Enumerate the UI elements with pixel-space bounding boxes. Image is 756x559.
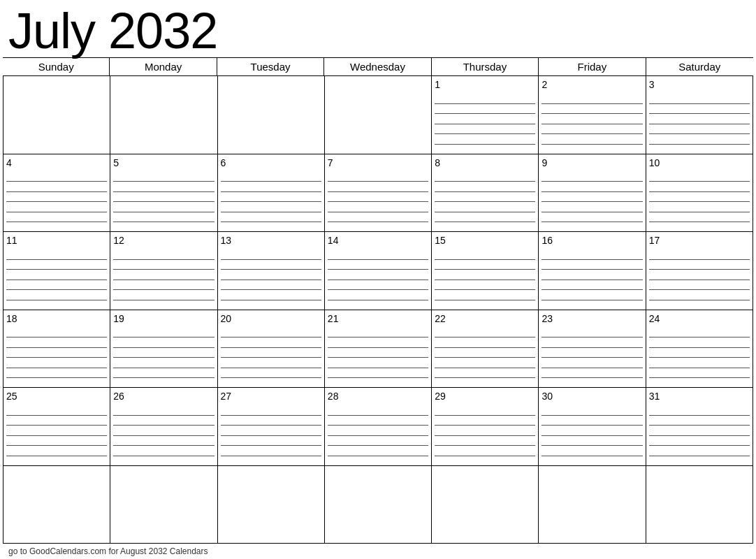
cell-date: 11 <box>6 235 107 247</box>
cell-line <box>328 259 428 260</box>
cell-line <box>541 124 642 124</box>
cell-line <box>328 212 428 212</box>
cell-line <box>328 445 428 446</box>
cell-line <box>435 425 535 426</box>
calendar-cell: 30 <box>539 388 646 466</box>
cell-line <box>221 445 321 446</box>
cell-line <box>221 259 321 260</box>
calendar-cell: 31 <box>646 388 753 466</box>
calendar-cell: 5 <box>110 154 217 233</box>
calendar-cell: 4 <box>3 154 110 233</box>
calendar-cell: 21 <box>325 310 432 389</box>
cell-line <box>541 300 642 300</box>
cell-line <box>328 357 428 358</box>
cell-line <box>541 456 642 456</box>
cell-date <box>221 79 321 92</box>
cell-lines <box>328 252 428 308</box>
cell-date <box>328 469 428 481</box>
calendar-cell: 12 <box>110 232 217 310</box>
cell-date: 9 <box>541 157 642 170</box>
cell-line <box>113 377 214 378</box>
cell-line <box>6 368 107 368</box>
calendar-cell <box>646 466 753 544</box>
cell-lines <box>541 174 642 231</box>
cell-line <box>113 201 214 202</box>
cell-line <box>435 124 535 124</box>
cell-lines <box>435 96 535 152</box>
cell-line <box>435 144 535 145</box>
calendar-cell <box>3 466 110 544</box>
cell-line <box>649 357 750 358</box>
cell-date: 23 <box>541 313 642 326</box>
cell-date <box>328 79 428 92</box>
cell-line <box>6 337 107 337</box>
cell-line <box>435 415 535 416</box>
cell-date: 18 <box>6 313 107 326</box>
calendar-cell: 16 <box>539 232 646 310</box>
cell-lines <box>541 252 642 308</box>
cell-line <box>541 415 642 416</box>
calendar-cell: 20 <box>218 310 325 389</box>
calendar-cell: 3 <box>646 76 753 154</box>
cell-date: 22 <box>435 313 535 326</box>
cell-line <box>328 377 428 378</box>
cell-line <box>221 377 321 378</box>
cell-date <box>435 469 535 481</box>
cell-lines <box>435 407 535 464</box>
cell-line <box>328 435 428 436</box>
cell-date <box>649 469 750 481</box>
cell-date <box>541 469 642 481</box>
cell-line <box>113 415 214 416</box>
cell-line <box>541 144 642 145</box>
cell-line <box>221 280 321 280</box>
cell-date <box>6 79 107 92</box>
cell-date: 10 <box>649 157 750 170</box>
cell-date: 6 <box>221 157 321 170</box>
day-header-saturday: Saturday <box>646 58 753 75</box>
cell-line <box>541 191 642 192</box>
calendar-cell: 1 <box>432 76 539 154</box>
cell-line <box>328 456 428 456</box>
cell-line <box>541 289 642 290</box>
cell-date: 2 <box>541 79 642 92</box>
cell-line <box>541 133 642 134</box>
cell-date: 16 <box>541 235 642 247</box>
cell-lines <box>113 174 214 231</box>
cell-lines <box>328 330 428 386</box>
cell-line <box>649 368 750 368</box>
cell-line <box>649 201 750 202</box>
calendar-cell: 18 <box>3 310 110 389</box>
cell-line <box>649 289 750 290</box>
cell-lines <box>649 407 750 464</box>
cell-lines <box>649 174 750 231</box>
cell-line <box>649 280 750 280</box>
cell-date: 17 <box>649 235 750 247</box>
cell-line <box>113 425 214 426</box>
cell-line <box>541 425 642 426</box>
cell-line <box>328 222 428 222</box>
calendar-cell <box>432 466 539 544</box>
cell-line <box>6 280 107 280</box>
cell-line <box>435 337 535 337</box>
cell-lines <box>328 407 428 464</box>
calendar-cell: 26 <box>110 388 217 466</box>
cell-lines <box>328 174 428 231</box>
cell-line <box>113 280 214 280</box>
calendar-cell <box>110 466 217 544</box>
calendar-cell: 13 <box>218 232 325 310</box>
calendar-cell <box>110 76 217 154</box>
cell-line <box>6 415 107 416</box>
cell-date: 25 <box>6 391 107 403</box>
calendar-title: July 2032 <box>3 0 753 57</box>
cell-line <box>649 212 750 212</box>
cell-line <box>649 259 750 260</box>
cell-line <box>6 269 107 270</box>
cell-line <box>541 347 642 348</box>
cell-date: 13 <box>221 235 321 247</box>
calendar-cell: 15 <box>432 232 539 310</box>
day-header-sunday: Sunday <box>3 58 110 75</box>
cell-line <box>113 445 214 446</box>
cell-line <box>435 259 535 260</box>
cell-line <box>221 300 321 300</box>
calendar-cell <box>325 466 432 544</box>
